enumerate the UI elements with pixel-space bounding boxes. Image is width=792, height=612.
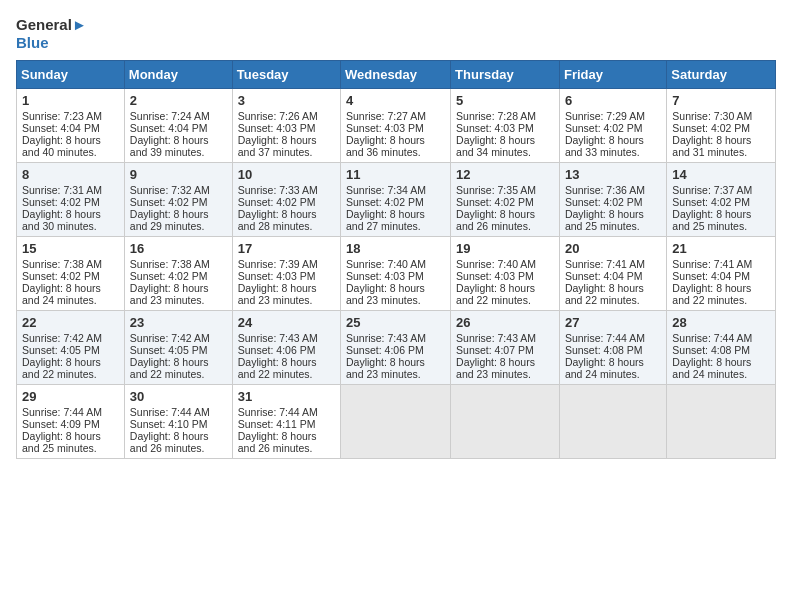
day-of-week-header: Sunday [17,61,125,89]
day-info-line: Sunrise: 7:37 AM [672,184,770,196]
calendar-table: SundayMondayTuesdayWednesdayThursdayFrid… [16,60,776,459]
day-info-line: Sunset: 4:02 PM [565,196,661,208]
calendar-cell: 3Sunrise: 7:26 AMSunset: 4:03 PMDaylight… [232,89,340,163]
day-info-line: and 25 minutes. [565,220,661,232]
day-number: 18 [346,241,445,256]
day-number: 29 [22,389,119,404]
day-info-line: Daylight: 8 hours [238,208,335,220]
day-info-line: and 25 minutes. [672,220,770,232]
day-info-line: and 27 minutes. [346,220,445,232]
day-info-line: Sunrise: 7:32 AM [130,184,227,196]
day-of-week-header: Tuesday [232,61,340,89]
day-info-line: Sunrise: 7:42 AM [22,332,119,344]
day-info-line: Daylight: 8 hours [672,356,770,368]
day-of-week-header: Saturday [667,61,776,89]
day-info-line: Daylight: 8 hours [130,282,227,294]
day-info-line: Sunset: 4:08 PM [672,344,770,356]
day-info-line: Sunset: 4:03 PM [238,122,335,134]
day-number: 19 [456,241,554,256]
day-info-line: Sunset: 4:09 PM [22,418,119,430]
day-number: 31 [238,389,335,404]
day-info-line: Sunset: 4:10 PM [130,418,227,430]
calendar-cell: 25Sunrise: 7:43 AMSunset: 4:06 PMDayligh… [341,311,451,385]
day-info-line: and 36 minutes. [346,146,445,158]
day-info-line: and 23 minutes. [346,294,445,306]
day-info-line: and 24 minutes. [22,294,119,306]
day-info-line: Daylight: 8 hours [22,208,119,220]
day-info-line: and 40 minutes. [22,146,119,158]
day-info-line: Daylight: 8 hours [456,134,554,146]
day-number: 10 [238,167,335,182]
day-info-line: Sunrise: 7:44 AM [565,332,661,344]
day-info-line: Sunrise: 7:27 AM [346,110,445,122]
calendar-cell: 24Sunrise: 7:43 AMSunset: 4:06 PMDayligh… [232,311,340,385]
day-info-line: Daylight: 8 hours [22,356,119,368]
day-info-line: and 23 minutes. [456,368,554,380]
day-info-line: and 23 minutes. [130,294,227,306]
day-info-line: Sunrise: 7:35 AM [456,184,554,196]
calendar-cell: 31Sunrise: 7:44 AMSunset: 4:11 PMDayligh… [232,385,340,459]
day-info-line: Sunrise: 7:44 AM [22,406,119,418]
calendar-cell: 14Sunrise: 7:37 AMSunset: 4:02 PMDayligh… [667,163,776,237]
day-info-line: Sunset: 4:03 PM [456,122,554,134]
day-info-line: Daylight: 8 hours [130,134,227,146]
calendar-cell: 5Sunrise: 7:28 AMSunset: 4:03 PMDaylight… [451,89,560,163]
day-info-line: Sunrise: 7:38 AM [130,258,227,270]
day-info-line: and 31 minutes. [672,146,770,158]
day-info-line: Sunset: 4:02 PM [238,196,335,208]
calendar-cell: 19Sunrise: 7:40 AMSunset: 4:03 PMDayligh… [451,237,560,311]
day-info-line: Sunset: 4:02 PM [22,270,119,282]
day-info-line: Daylight: 8 hours [238,430,335,442]
day-number: 28 [672,315,770,330]
day-info-line: and 30 minutes. [22,220,119,232]
day-info-line: Daylight: 8 hours [672,208,770,220]
day-info-line: and 28 minutes. [238,220,335,232]
day-info-line: Daylight: 8 hours [346,356,445,368]
calendar-cell: 15Sunrise: 7:38 AMSunset: 4:02 PMDayligh… [17,237,125,311]
day-info-line: Sunrise: 7:24 AM [130,110,227,122]
day-info-line: Daylight: 8 hours [346,134,445,146]
calendar-cell: 26Sunrise: 7:43 AMSunset: 4:07 PMDayligh… [451,311,560,385]
day-info-line: Daylight: 8 hours [456,282,554,294]
day-of-week-header: Monday [124,61,232,89]
day-number: 23 [130,315,227,330]
day-info-line: Daylight: 8 hours [22,430,119,442]
day-info-line: Sunset: 4:02 PM [672,122,770,134]
day-info-line: Daylight: 8 hours [130,430,227,442]
day-info-line: Sunrise: 7:44 AM [672,332,770,344]
day-info-line: Sunrise: 7:23 AM [22,110,119,122]
day-info-line: Daylight: 8 hours [456,356,554,368]
day-info-line: Daylight: 8 hours [238,282,335,294]
day-info-line: Sunset: 4:05 PM [130,344,227,356]
calendar-cell: 11Sunrise: 7:34 AMSunset: 4:02 PMDayligh… [341,163,451,237]
day-info-line: Sunset: 4:02 PM [22,196,119,208]
day-info-line: Sunrise: 7:44 AM [238,406,335,418]
day-info-line: Sunrise: 7:44 AM [130,406,227,418]
calendar-cell: 2Sunrise: 7:24 AMSunset: 4:04 PMDaylight… [124,89,232,163]
day-info-line: Daylight: 8 hours [456,208,554,220]
day-info-line: and 37 minutes. [238,146,335,158]
day-info-line: and 26 minutes. [238,442,335,454]
day-info-line: Sunset: 4:06 PM [238,344,335,356]
day-info-line: Daylight: 8 hours [130,208,227,220]
day-number: 15 [22,241,119,256]
logo-general: General► [16,16,87,34]
day-number: 7 [672,93,770,108]
day-info-line: Sunset: 4:03 PM [456,270,554,282]
day-of-week-header: Thursday [451,61,560,89]
day-number: 24 [238,315,335,330]
day-info-line: and 33 minutes. [565,146,661,158]
day-info-line: and 22 minutes. [130,368,227,380]
day-number: 21 [672,241,770,256]
calendar-cell [559,385,666,459]
day-of-week-header: Friday [559,61,666,89]
day-info-line: Sunset: 4:03 PM [346,122,445,134]
calendar-cell: 13Sunrise: 7:36 AMSunset: 4:02 PMDayligh… [559,163,666,237]
day-number: 11 [346,167,445,182]
calendar-cell: 20Sunrise: 7:41 AMSunset: 4:04 PMDayligh… [559,237,666,311]
day-info-line: Daylight: 8 hours [22,282,119,294]
day-info-line: Daylight: 8 hours [672,282,770,294]
day-info-line: Daylight: 8 hours [672,134,770,146]
day-info-line: and 22 minutes. [22,368,119,380]
day-number: 5 [456,93,554,108]
